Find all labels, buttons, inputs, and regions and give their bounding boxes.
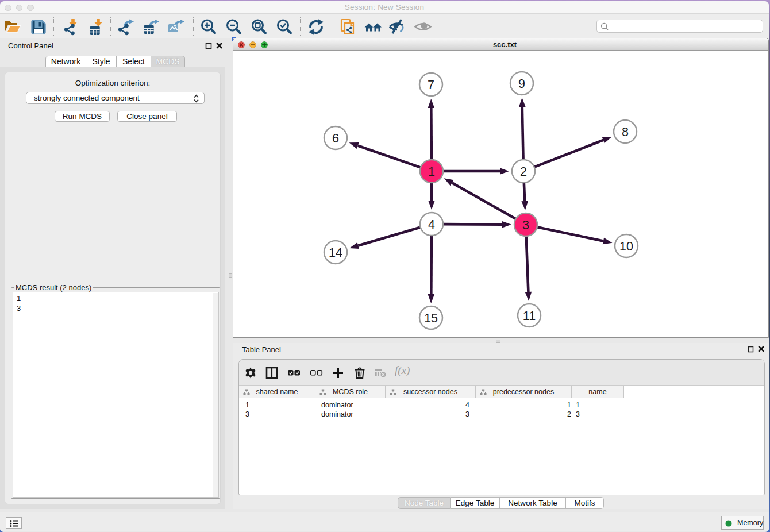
svg-text:7: 7 [428,78,434,92]
svg-text:14: 14 [329,246,342,260]
svg-text:3: 3 [522,218,529,232]
svg-text:11: 11 [522,309,535,323]
svg-text:1: 1 [428,165,435,179]
svg-text:8: 8 [622,125,629,139]
svg-text:6: 6 [332,132,339,145]
svg-text:2: 2 [520,165,527,179]
svg-text:10: 10 [619,240,633,253]
svg-text:9: 9 [518,77,525,91]
svg-text:4: 4 [428,218,435,232]
svg-text:15: 15 [424,311,438,325]
